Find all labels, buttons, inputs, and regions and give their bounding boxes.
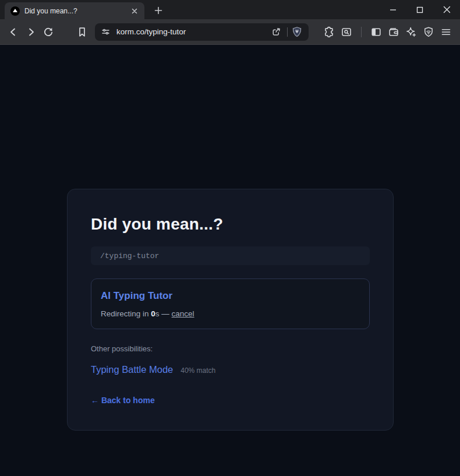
tab-title: Did you mean...? [24, 7, 129, 15]
other-possibilities-heading: Other possibilities: [91, 344, 370, 353]
browser-window: Did you mean...? [0, 0, 460, 476]
match-percentage: 40% match [181, 366, 215, 375]
reload-button[interactable] [40, 23, 57, 41]
suggestion-box[interactable]: AI Typing Tutor Redirecting in 0s — canc… [91, 278, 370, 329]
url-text[interactable]: korm.co/typing-tutor [116, 27, 268, 36]
leo-ai-icon[interactable] [402, 23, 420, 41]
redirect-suffix: s — [155, 309, 172, 318]
maximize-button[interactable] [406, 0, 433, 19]
tab-favicon-icon [10, 6, 20, 16]
navigation-toolbar: korm.co/typing-tutor [0, 19, 460, 45]
browser-tab[interactable]: Did you mean...? [5, 2, 144, 19]
alternative-row: Typing Battle Mode 40% match [91, 364, 370, 375]
site-settings-icon[interactable] [101, 27, 111, 37]
tab-close-icon[interactable] [129, 6, 140, 16]
window-controls [380, 0, 460, 19]
toolbar-divider [361, 27, 362, 37]
minimize-button[interactable] [380, 0, 406, 19]
close-window-button[interactable] [433, 0, 460, 19]
redirect-seconds: 0 [151, 309, 155, 318]
redirect-prefix: Redirecting in [101, 309, 151, 318]
share-icon[interactable] [268, 24, 284, 40]
suggestion-link[interactable]: AI Typing Tutor [101, 290, 360, 302]
forward-button[interactable] [22, 23, 40, 41]
vpn-shield-icon[interactable] [420, 23, 437, 41]
new-tab-button[interactable] [150, 2, 167, 19]
urlbar-divider [287, 27, 288, 37]
page-viewport: Did you mean...? AI Typing Tutor Redirec… [0, 45, 460, 476]
sidebar-toggle-icon[interactable] [367, 23, 385, 41]
titlebar: Did you mean...? [0, 0, 460, 19]
wallet-icon[interactable] [385, 23, 402, 41]
redirect-status: Redirecting in 0s — cancel [101, 309, 360, 318]
cancel-link[interactable]: cancel [172, 309, 194, 318]
menu-icon[interactable] [437, 23, 455, 41]
back-button[interactable] [5, 23, 22, 41]
did-you-mean-card: Did you mean...? AI Typing Tutor Redirec… [67, 189, 394, 431]
search-panel-icon[interactable] [338, 23, 355, 41]
page-title: Did you mean...? [91, 215, 370, 234]
path-input[interactable] [91, 246, 370, 265]
back-to-home-link[interactable]: ← Back to home [91, 396, 155, 405]
extensions-icon[interactable] [320, 23, 338, 41]
bookmarks-button[interactable] [73, 23, 91, 41]
url-bar[interactable]: korm.co/typing-tutor [95, 23, 309, 41]
alternative-link[interactable]: Typing Battle Mode [91, 364, 173, 375]
brave-shields-icon[interactable] [291, 26, 303, 38]
